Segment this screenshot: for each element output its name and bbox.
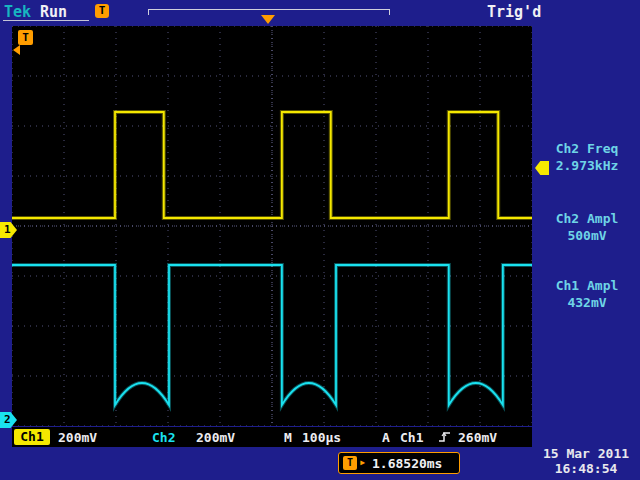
- ch2-label: Ch2: [152, 430, 175, 445]
- time-text: 16:48:54: [532, 461, 640, 476]
- bottom-status-bar: Ch1 200mV Ch2 200mV M 100µs A Ch1 260mV: [12, 427, 532, 447]
- trigger-position-arrow-icon: [261, 15, 275, 24]
- timebase-value: 100µs: [302, 430, 341, 445]
- measurement-value: 432mV: [534, 294, 640, 311]
- right-arrow-icon: ▸: [359, 455, 366, 469]
- logo-underline: [3, 20, 89, 21]
- measurement-value: 2.973kHz: [534, 157, 640, 174]
- waveform-plot: [12, 26, 532, 426]
- trigger-status: Trig'd: [487, 3, 541, 21]
- trigger-time-arrow-icon: [13, 45, 20, 55]
- horizontal-position-value: 1.68520ms: [372, 456, 442, 471]
- measurement-ch2-ampl: Ch2 Ampl 500mV: [534, 210, 640, 244]
- oscilloscope-screen: Tek Run T Trig'd T 1 2 Ch2 Freq 2.973kHz…: [0, 0, 640, 480]
- horizontal-position-readout: T ▸ 1.68520ms: [338, 452, 460, 474]
- acquisition-status: Run: [40, 3, 67, 21]
- measurement-ch2-freq: Ch2 Freq 2.973kHz: [534, 140, 640, 174]
- date-text: 15 Mar 2011: [532, 446, 640, 461]
- ch1-scale-chip: Ch1: [14, 429, 50, 445]
- measurement-label: Ch2 Freq: [534, 140, 640, 157]
- measurement-ch1-ampl: Ch1 Ampl 432mV: [534, 277, 640, 311]
- ch1-scale-value: 200mV: [58, 430, 97, 445]
- tek-logo: Tek: [4, 3, 31, 21]
- trigger-flag-icon: T: [95, 4, 109, 18]
- t-marker-chip: T: [343, 456, 357, 470]
- ch2-scale-value: 200mV: [196, 430, 235, 445]
- measurement-label: Ch1 Ampl: [534, 277, 640, 294]
- graticule: T: [12, 26, 532, 426]
- trigger-time-marker: T: [18, 30, 33, 45]
- datetime-readout: 15 Mar 2011 16:48:54: [532, 446, 640, 476]
- rising-slope-icon: [438, 430, 452, 444]
- measurement-label: Ch2 Ampl: [534, 210, 640, 227]
- trigger-source: Ch1: [400, 430, 423, 445]
- measurement-value: 500mV: [534, 227, 640, 244]
- trigger-mode-label: A: [382, 430, 390, 445]
- trigger-level-value: 260mV: [458, 430, 497, 445]
- timebase-label: M: [284, 430, 292, 445]
